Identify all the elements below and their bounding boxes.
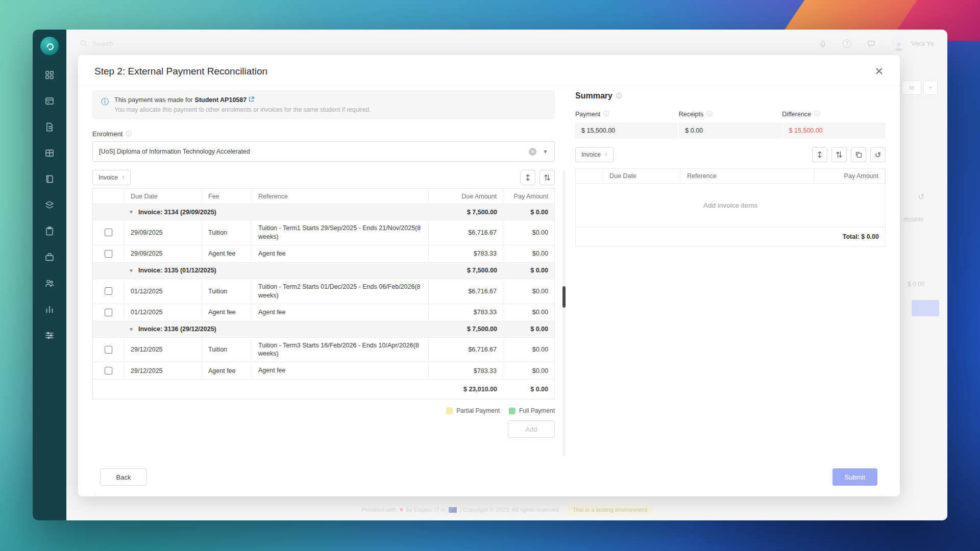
table-header-row: Due Date Fee Reference Due Amount Pay Am… — [93, 189, 554, 204]
invoice-item-row: 29/12/2025 Tuition Tuition - Term3 Start… — [93, 338, 554, 363]
collapse-caret-icon[interactable]: ▼ — [129, 327, 134, 332]
cell-due-date: 29/12/2025 — [125, 362, 202, 380]
sidebar-item-agents-icon[interactable] — [41, 277, 58, 290]
sort-asc-icon: ↑ — [604, 151, 607, 158]
invoice-group-title: Invoice: 3136 (29/12/2025) — [138, 325, 216, 333]
summary-header-row: Due Date Reference Pay Amount — [576, 169, 885, 184]
cell-reference: Tuition - Term2 Starts 01/Dec/2025 - End… — [252, 279, 429, 304]
cell-due-amount: $783.33 — [429, 362, 503, 380]
copy-button[interactable] — [851, 147, 866, 162]
partial-payment-label: Partial Payment — [456, 407, 500, 414]
cell-reference: Agent fee — [252, 245, 429, 263]
cell-pay-amount: $0.00 — [503, 362, 554, 380]
cell-fee: Tuition — [202, 338, 252, 363]
invoice-group-row: ▼ Invoice: 3136 (29/12/2025) $ 7,500.00 … — [93, 321, 554, 338]
row-checkbox[interactable] — [105, 229, 112, 236]
group-due-amount: $ 7,500.00 — [429, 263, 503, 279]
sidebar-nav — [41, 68, 58, 342]
summary-empty-state: Add invoice items — [576, 184, 885, 228]
header-pay-amount: Pay Amount — [503, 189, 554, 204]
summary-total: Total: $ 0.00 — [576, 228, 885, 246]
summary-collapse-all-button[interactable] — [831, 147, 847, 162]
invoice-item-row: 29/12/2025 Agent fee Agent fee $783.33 $… — [93, 362, 554, 380]
modal-header: Step 2: External Payment Reconciliation … — [78, 55, 900, 86]
row-checkbox[interactable] — [105, 250, 112, 258]
payment-value: $ 15,500.00 — [575, 122, 678, 139]
cell-pay-amount: $0.00 — [503, 304, 554, 321]
close-icon[interactable]: ✕ — [871, 65, 887, 78]
pane-scrollbar-thumb[interactable] — [562, 286, 566, 308]
invoice-item-row: 01/12/2025 Tuition Tuition - Term2 Start… — [93, 279, 554, 304]
sidebar-item-tables-icon[interactable] — [41, 146, 58, 160]
row-checkbox[interactable] — [105, 309, 112, 316]
cell-due-date: 01/12/2025 — [125, 279, 202, 304]
pane-scrollbar-track — [562, 170, 566, 456]
invoice-items-table: Due Date Fee Reference Due Amount Pay Am… — [92, 188, 555, 399]
full-payment-swatch — [509, 408, 516, 414]
row-checkbox[interactable] — [105, 346, 112, 354]
add-button[interactable]: Add — [508, 420, 555, 438]
sidebar-item-courses-icon[interactable] — [41, 198, 58, 212]
header-fee: Fee — [202, 189, 252, 204]
summary-expand-all-button[interactable] — [812, 147, 827, 162]
cell-due-date: 01/12/2025 — [125, 304, 202, 321]
cell-pay-amount: $0.00 — [503, 338, 554, 363]
invoice-sort-chip[interactable]: Invoice ↑ — [92, 170, 131, 185]
cell-due-amount: $6,716.67 — [429, 338, 503, 363]
cell-fee: Agent fee — [202, 304, 252, 321]
collapse-all-button[interactable] — [540, 170, 555, 185]
summary-invoice-sort-label: Invoice — [581, 151, 601, 158]
info-icon: ⓘ — [101, 96, 109, 113]
cell-due-date: 29/12/2025 — [125, 338, 202, 363]
summary-title: Summary — [575, 91, 612, 101]
sidebar-item-settings-icon[interactable] — [41, 329, 58, 342]
receipts-value: $ 0.00 — [679, 122, 781, 139]
app-logo[interactable] — [40, 37, 59, 55]
sidebar-item-book-icon[interactable] — [41, 172, 58, 186]
group-pay-amount: $ 0.00 — [503, 204, 554, 220]
sidebar-item-briefcase-icon[interactable] — [41, 251, 58, 264]
expand-all-button[interactable] — [520, 170, 535, 185]
cell-fee: Tuition — [202, 220, 252, 245]
cell-pay-amount: $0.00 — [503, 220, 554, 245]
submit-button[interactable]: Submit — [832, 468, 877, 486]
allocation-pane: ⓘ This payment was made forStudent AP105… — [92, 86, 555, 468]
summary-invoice-sort-chip[interactable]: Invoice ↑ — [575, 147, 614, 162]
row-checkbox[interactable] — [105, 367, 112, 374]
table-total-row: $ 23,010.00 $ 0.00 — [93, 380, 554, 399]
info-banner: ⓘ This payment was made forStudent AP105… — [92, 90, 555, 119]
student-link[interactable]: Student AP10587 — [195, 96, 247, 104]
invoice-group-row: ▼ Invoice: 3134 (29/09/2025) $ 7,500.00 … — [93, 204, 554, 220]
row-checkbox[interactable] — [105, 287, 112, 295]
sidebar-item-reports-icon[interactable] — [41, 303, 58, 316]
clear-selection-icon[interactable]: ✕ — [529, 148, 536, 156]
sort-asc-icon: ↑ — [121, 174, 125, 181]
summary-pane: Summary ⓘ Paymentⓘ Receiptsⓘ Differenceⓘ… — [575, 86, 886, 468]
cell-reference: Tuition - Term3 Starts 16/Feb/2026 - End… — [252, 338, 429, 363]
sidebar-item-invoices-icon[interactable] — [41, 94, 58, 108]
header-due-amount: Due Amount — [429, 189, 503, 204]
sidebar-item-dashboard-icon[interactable] — [41, 68, 58, 82]
sidebar-item-documents-icon[interactable] — [41, 120, 58, 134]
enrolment-select[interactable]: [UoS] Diploma of Information Technology … — [92, 141, 555, 162]
invoice-group-row: ▼ Invoice: 3135 (01/12/2025) $ 7,500.00 … — [93, 263, 554, 279]
sidebar-item-clipboard-icon[interactable] — [41, 224, 58, 238]
invoice-sort-label: Invoice — [99, 174, 118, 181]
summary-table: Due Date Reference Pay Amount Add invoic… — [575, 168, 886, 246]
modal-body: ⓘ This payment was made forStudent AP105… — [78, 86, 900, 468]
cell-reference: Tuition - Term1 Starts 29/Sep/2025 - End… — [252, 220, 429, 245]
cell-reference: Agent fee — [252, 362, 429, 380]
back-button[interactable]: Back — [100, 468, 147, 486]
header-due-date: Due Date — [125, 189, 202, 204]
partial-payment-swatch — [446, 408, 453, 414]
cell-due-amount: $783.33 — [429, 304, 503, 321]
cell-pay-amount: $0.00 — [503, 279, 554, 304]
invoice-item-row: 01/12/2025 Agent fee Agent fee $783.33 $… — [93, 304, 554, 321]
collapse-caret-icon[interactable]: ▼ — [129, 209, 134, 215]
history-button[interactable]: ↺ — [870, 147, 886, 162]
collapse-caret-icon[interactable]: ▼ — [129, 268, 134, 273]
cell-reference: Agent fee — [252, 304, 429, 321]
header-reference: Reference — [252, 189, 429, 204]
external-link-icon — [249, 96, 254, 104]
total-pay-amount: $ 0.00 — [503, 380, 554, 399]
